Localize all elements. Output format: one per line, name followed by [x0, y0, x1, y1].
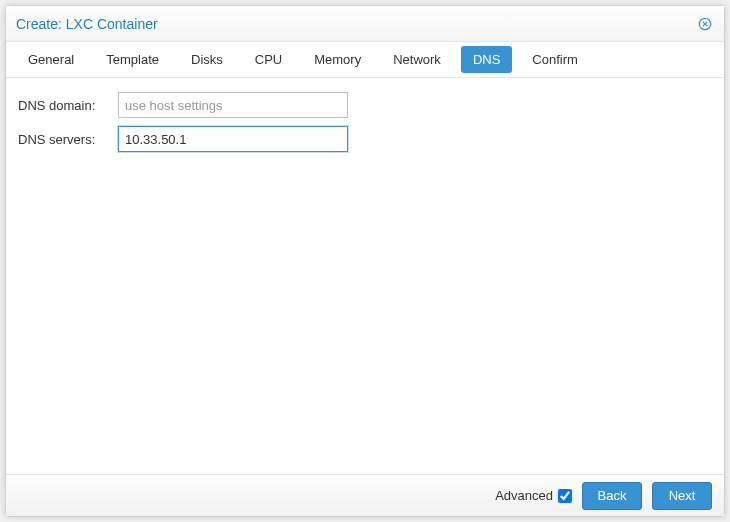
label-dns-servers: DNS servers:: [18, 132, 118, 147]
tab-disks[interactable]: Disks: [179, 46, 235, 73]
wizard-footer: Advanced Back Next: [6, 474, 724, 516]
create-lxc-dialog: Create: LXC Container General Template D…: [5, 5, 725, 517]
row-dns-servers: DNS servers:: [18, 126, 712, 152]
wizard-tabs: General Template Disks CPU Memory Networ…: [6, 42, 724, 78]
back-button[interactable]: Back: [582, 482, 642, 510]
label-dns-domain: DNS domain:: [18, 98, 118, 113]
tab-confirm[interactable]: Confirm: [520, 46, 590, 73]
window-title: Create: LXC Container: [16, 16, 158, 32]
advanced-toggle[interactable]: Advanced: [495, 488, 572, 503]
dns-domain-input[interactable]: [118, 92, 348, 118]
tab-cpu[interactable]: CPU: [243, 46, 294, 73]
tab-general[interactable]: General: [16, 46, 86, 73]
dns-servers-input[interactable]: [118, 126, 348, 152]
advanced-label: Advanced: [495, 488, 553, 503]
row-dns-domain: DNS domain:: [18, 92, 712, 118]
tab-memory[interactable]: Memory: [302, 46, 373, 73]
tab-template[interactable]: Template: [94, 46, 171, 73]
advanced-checkbox[interactable]: [558, 489, 572, 503]
close-icon[interactable]: [696, 15, 714, 33]
tab-dns[interactable]: DNS: [461, 46, 512, 73]
dns-panel: DNS domain: DNS servers:: [6, 78, 724, 474]
tab-network[interactable]: Network: [381, 46, 453, 73]
titlebar: Create: LXC Container: [6, 6, 724, 42]
next-button[interactable]: Next: [652, 482, 712, 510]
